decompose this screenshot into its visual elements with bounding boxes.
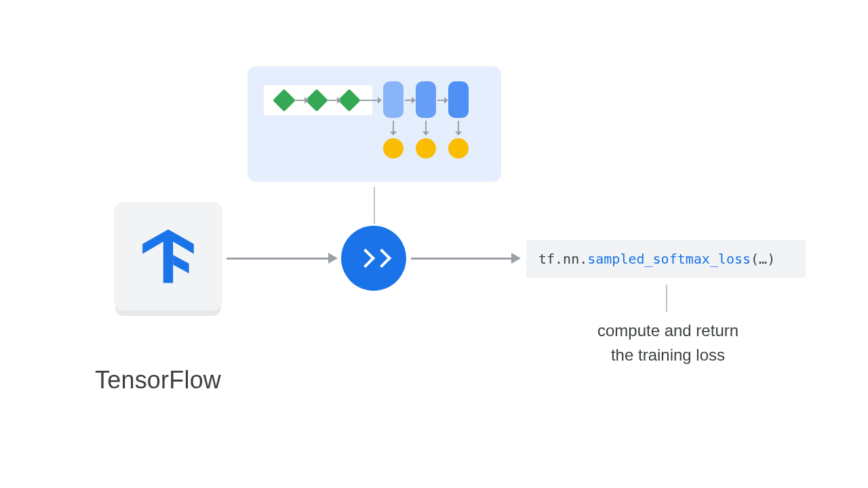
decoder-block-icon bbox=[416, 81, 436, 118]
down-arrow-icon bbox=[458, 121, 459, 131]
tensorflow-label: TensorFlow bbox=[95, 366, 221, 394]
code-prefix: tf.nn. bbox=[538, 251, 587, 267]
tensorflow-card bbox=[114, 202, 222, 310]
output-node-icon bbox=[383, 138, 403, 159]
chevron-right-icon bbox=[372, 249, 391, 268]
code-suffix: (…) bbox=[751, 251, 775, 267]
svg-marker-1 bbox=[173, 255, 189, 273]
caption-line: compute and return bbox=[529, 319, 807, 343]
diagram-stage: TensorFlow bbox=[0, 0, 868, 488]
code-caption: compute and return the training loss bbox=[529, 319, 807, 367]
code-function: sampled_softmax_loss bbox=[587, 251, 751, 267]
caption-line: the training loss bbox=[529, 343, 807, 367]
encoder-arrow-icon bbox=[328, 100, 337, 101]
decoder-block-icon bbox=[448, 81, 469, 118]
svg-marker-0 bbox=[142, 229, 194, 283]
process-node-icon bbox=[341, 226, 406, 291]
decoder-arrow-icon bbox=[437, 100, 444, 101]
output-node-icon bbox=[448, 138, 469, 159]
connector-code-to-caption bbox=[666, 285, 667, 312]
encoder-arrow-icon bbox=[295, 100, 304, 101]
code-snippet: tf.nn.sampled_softmax_loss(…) bbox=[526, 240, 806, 278]
down-arrow-icon bbox=[425, 121, 427, 131]
decoder-block-icon bbox=[383, 81, 403, 118]
encoder-to-decoder-arrow-icon bbox=[360, 100, 378, 101]
output-node-icon bbox=[416, 138, 436, 159]
connector-panel-to-process bbox=[374, 187, 375, 224]
tensorflow-logo-icon bbox=[138, 226, 199, 287]
down-arrow-icon bbox=[393, 121, 394, 131]
decoder-arrow-icon bbox=[405, 100, 412, 101]
seq2seq-panel bbox=[248, 66, 501, 182]
